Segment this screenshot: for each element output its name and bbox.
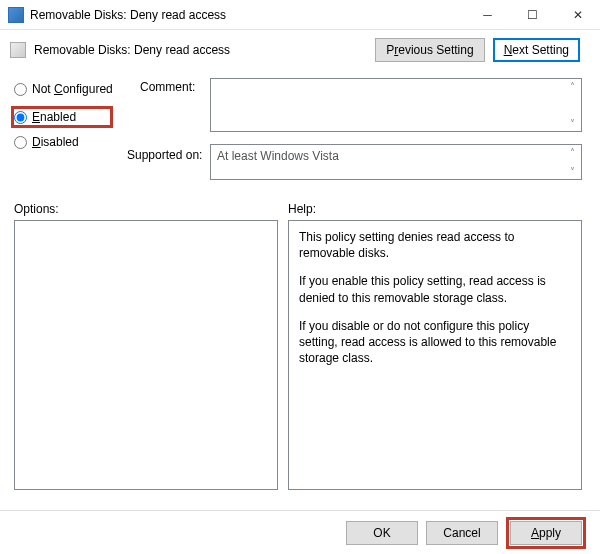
supported-on-label: Supported on: [127, 148, 202, 162]
help-text: This policy setting denies read access t… [299, 229, 571, 261]
apply-button[interactable]: Apply [510, 521, 582, 545]
apply-highlight: Apply [506, 517, 586, 549]
policy-title: Removable Disks: Deny read access [34, 43, 375, 57]
footer-buttons: OK Cancel Apply [0, 510, 600, 554]
help-text: If you disable or do not configure this … [299, 318, 571, 367]
title-bar: Removable Disks: Deny read access ─ ☐ ✕ [0, 0, 600, 30]
state-radio-group: Not Configured Enabled Disabled [14, 78, 113, 159]
radio-enabled-input[interactable] [14, 111, 27, 124]
app-icon [8, 7, 24, 23]
minimize-button[interactable]: ─ [465, 0, 510, 29]
scroll-up-icon[interactable]: ˄ [566, 147, 578, 158]
policy-icon [10, 42, 26, 58]
ok-button[interactable]: OK [346, 521, 418, 545]
previous-setting-button[interactable]: Previous Setting [375, 38, 484, 62]
radio-not-configured-input[interactable] [14, 83, 27, 96]
radio-disabled[interactable]: Disabled [14, 131, 113, 153]
window-title: Removable Disks: Deny read access [30, 8, 465, 22]
close-button[interactable]: ✕ [555, 0, 600, 29]
options-label: Options: [14, 202, 59, 216]
supported-on-textarea: At least Windows Vista ˄ ˅ [210, 144, 582, 180]
help-pane: This policy setting denies read access t… [288, 220, 582, 490]
scroll-down-icon[interactable]: ˅ [566, 118, 578, 129]
cancel-button[interactable]: Cancel [426, 521, 498, 545]
help-text: If you enable this policy setting, read … [299, 273, 571, 305]
radio-not-configured[interactable]: Not Configured [14, 78, 113, 100]
options-pane [14, 220, 278, 490]
radio-disabled-input[interactable] [14, 136, 27, 149]
radio-enabled[interactable]: Enabled [11, 106, 113, 128]
scroll-down-icon[interactable]: ˅ [566, 166, 578, 177]
policy-header: Removable Disks: Deny read access Previo… [0, 30, 600, 70]
next-setting-button[interactable]: Next Setting [493, 38, 580, 62]
maximize-button[interactable]: ☐ [510, 0, 555, 29]
comment-label: Comment: [140, 80, 195, 94]
comment-textarea[interactable]: ˄ ˅ [210, 78, 582, 132]
scroll-up-icon[interactable]: ˄ [566, 81, 578, 92]
supported-on-value: At least Windows Vista [217, 149, 339, 163]
help-label: Help: [288, 202, 316, 216]
